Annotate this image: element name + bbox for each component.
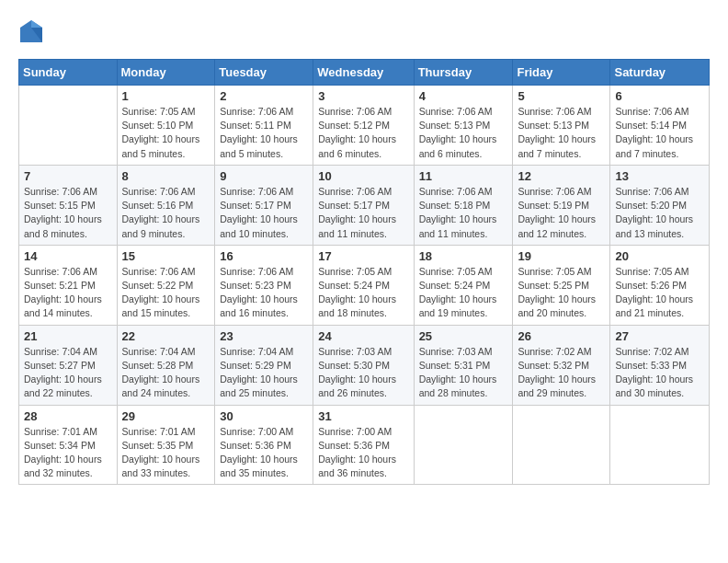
calendar-week-row: 21Sunrise: 7:04 AM Sunset: 5:27 PM Dayli… (19, 325, 710, 405)
day-number: 13 (615, 169, 704, 183)
day-number: 21 (24, 329, 112, 343)
day-info: Sunrise: 7:06 AM Sunset: 5:18 PM Dayligh… (419, 185, 508, 241)
day-number: 2 (220, 89, 308, 103)
calendar-week-row: 14Sunrise: 7:06 AM Sunset: 5:21 PM Dayli… (19, 245, 710, 325)
day-info: Sunrise: 7:05 AM Sunset: 5:10 PM Dayligh… (122, 105, 210, 161)
day-info: Sunrise: 7:05 AM Sunset: 5:24 PM Dayligh… (318, 265, 408, 321)
calendar-cell: 12Sunrise: 7:06 AM Sunset: 5:19 PM Dayli… (513, 165, 610, 245)
calendar-week-row: 1Sunrise: 7:05 AM Sunset: 5:10 PM Daylig… (19, 86, 710, 166)
day-info: Sunrise: 7:05 AM Sunset: 5:26 PM Dayligh… (615, 265, 704, 321)
calendar-cell: 13Sunrise: 7:06 AM Sunset: 5:20 PM Dayli… (610, 165, 710, 245)
day-info: Sunrise: 7:02 AM Sunset: 5:32 PM Dayligh… (518, 345, 605, 401)
day-info: Sunrise: 7:05 AM Sunset: 5:25 PM Dayligh… (518, 265, 605, 321)
calendar-cell: 27Sunrise: 7:02 AM Sunset: 5:33 PM Dayli… (610, 325, 710, 405)
day-number: 1 (122, 89, 210, 103)
day-number: 27 (615, 329, 704, 343)
day-info: Sunrise: 7:02 AM Sunset: 5:33 PM Dayligh… (615, 345, 704, 401)
column-header-tuesday: Tuesday (215, 60, 313, 86)
day-number: 19 (518, 249, 605, 263)
calendar-cell: 11Sunrise: 7:06 AM Sunset: 5:18 PM Dayli… (414, 165, 513, 245)
day-number: 9 (220, 169, 308, 183)
day-number: 5 (518, 89, 605, 103)
column-header-saturday: Saturday (610, 60, 710, 86)
calendar-cell: 20Sunrise: 7:05 AM Sunset: 5:26 PM Dayli… (610, 245, 710, 325)
day-info: Sunrise: 7:06 AM Sunset: 5:19 PM Dayligh… (518, 185, 605, 241)
day-info: Sunrise: 7:03 AM Sunset: 5:30 PM Dayligh… (318, 345, 408, 401)
day-info: Sunrise: 7:06 AM Sunset: 5:17 PM Dayligh… (220, 185, 308, 241)
calendar-cell: 14Sunrise: 7:06 AM Sunset: 5:21 PM Dayli… (19, 245, 118, 325)
calendar-cell: 7Sunrise: 7:06 AM Sunset: 5:15 PM Daylig… (19, 165, 118, 245)
day-info: Sunrise: 7:06 AM Sunset: 5:12 PM Dayligh… (318, 105, 408, 161)
calendar-cell: 30Sunrise: 7:00 AM Sunset: 5:36 PM Dayli… (215, 405, 313, 485)
logo-icon (18, 18, 44, 44)
calendar-cell: 5Sunrise: 7:06 AM Sunset: 5:13 PM Daylig… (513, 86, 610, 166)
calendar-cell: 15Sunrise: 7:06 AM Sunset: 5:22 PM Dayli… (117, 245, 215, 325)
day-info: Sunrise: 7:06 AM Sunset: 5:15 PM Dayligh… (24, 185, 112, 241)
day-info: Sunrise: 7:06 AM Sunset: 5:11 PM Dayligh… (220, 105, 308, 161)
calendar-cell: 2Sunrise: 7:06 AM Sunset: 5:11 PM Daylig… (215, 86, 313, 166)
calendar-cell: 24Sunrise: 7:03 AM Sunset: 5:30 PM Dayli… (313, 325, 414, 405)
calendar-cell (610, 405, 710, 485)
day-number: 12 (518, 169, 605, 183)
calendar-cell: 29Sunrise: 7:01 AM Sunset: 5:35 PM Dayli… (117, 405, 215, 485)
day-info: Sunrise: 7:06 AM Sunset: 5:21 PM Dayligh… (24, 265, 112, 321)
day-number: 23 (220, 329, 308, 343)
calendar-cell: 1Sunrise: 7:05 AM Sunset: 5:10 PM Daylig… (117, 86, 215, 166)
day-info: Sunrise: 7:01 AM Sunset: 5:35 PM Dayligh… (122, 425, 210, 481)
calendar-cell: 6Sunrise: 7:06 AM Sunset: 5:14 PM Daylig… (610, 86, 710, 166)
calendar-cell (414, 405, 513, 485)
day-number: 8 (122, 169, 210, 183)
calendar-cell (513, 405, 610, 485)
calendar-cell: 25Sunrise: 7:03 AM Sunset: 5:31 PM Dayli… (414, 325, 513, 405)
day-number: 10 (318, 169, 408, 183)
calendar-cell: 23Sunrise: 7:04 AM Sunset: 5:29 PM Dayli… (215, 325, 313, 405)
day-number: 16 (220, 249, 308, 263)
calendar-week-row: 7Sunrise: 7:06 AM Sunset: 5:15 PM Daylig… (19, 165, 710, 245)
day-number: 20 (615, 249, 704, 263)
column-header-friday: Friday (513, 60, 610, 86)
calendar-cell: 28Sunrise: 7:01 AM Sunset: 5:34 PM Dayli… (19, 405, 118, 485)
day-info: Sunrise: 7:00 AM Sunset: 5:36 PM Dayligh… (318, 425, 408, 481)
calendar-cell: 26Sunrise: 7:02 AM Sunset: 5:32 PM Dayli… (513, 325, 610, 405)
calendar-cell: 17Sunrise: 7:05 AM Sunset: 5:24 PM Dayli… (313, 245, 414, 325)
column-header-sunday: Sunday (19, 60, 118, 86)
day-info: Sunrise: 7:01 AM Sunset: 5:34 PM Dayligh… (24, 425, 112, 481)
day-number: 22 (122, 329, 210, 343)
day-number: 15 (122, 249, 210, 263)
calendar-cell: 9Sunrise: 7:06 AM Sunset: 5:17 PM Daylig… (215, 165, 313, 245)
day-info: Sunrise: 7:03 AM Sunset: 5:31 PM Dayligh… (419, 345, 508, 401)
day-info: Sunrise: 7:06 AM Sunset: 5:22 PM Dayligh… (122, 265, 210, 321)
day-info: Sunrise: 7:06 AM Sunset: 5:16 PM Dayligh… (122, 185, 210, 241)
column-header-wednesday: Wednesday (313, 60, 414, 86)
day-info: Sunrise: 7:06 AM Sunset: 5:13 PM Dayligh… (419, 105, 508, 161)
day-number: 18 (419, 249, 508, 263)
column-header-monday: Monday (117, 60, 215, 86)
calendar-cell: 4Sunrise: 7:06 AM Sunset: 5:13 PM Daylig… (414, 86, 513, 166)
day-number: 3 (318, 89, 408, 103)
day-info: Sunrise: 7:04 AM Sunset: 5:29 PM Dayligh… (220, 345, 308, 401)
calendar-cell (19, 86, 118, 166)
day-number: 14 (24, 249, 112, 263)
day-number: 31 (318, 409, 408, 423)
day-number: 26 (518, 329, 605, 343)
day-number: 17 (318, 249, 408, 263)
calendar-header-row: SundayMondayTuesdayWednesdayThursdayFrid… (19, 60, 710, 86)
svg-marker-1 (31, 20, 42, 28)
day-number: 7 (24, 169, 112, 183)
day-info: Sunrise: 7:05 AM Sunset: 5:24 PM Dayligh… (419, 265, 508, 321)
calendar-week-row: 28Sunrise: 7:01 AM Sunset: 5:34 PM Dayli… (19, 405, 710, 485)
calendar-cell: 22Sunrise: 7:04 AM Sunset: 5:28 PM Dayli… (117, 325, 215, 405)
calendar-cell: 21Sunrise: 7:04 AM Sunset: 5:27 PM Dayli… (19, 325, 118, 405)
day-info: Sunrise: 7:06 AM Sunset: 5:20 PM Dayligh… (615, 185, 704, 241)
day-number: 6 (615, 89, 704, 103)
day-info: Sunrise: 7:06 AM Sunset: 5:14 PM Dayligh… (615, 105, 704, 161)
day-info: Sunrise: 7:06 AM Sunset: 5:17 PM Dayligh… (318, 185, 408, 241)
day-number: 11 (419, 169, 508, 183)
day-info: Sunrise: 7:04 AM Sunset: 5:27 PM Dayligh… (24, 345, 112, 401)
day-number: 24 (318, 329, 408, 343)
day-info: Sunrise: 7:06 AM Sunset: 5:23 PM Dayligh… (220, 265, 308, 321)
calendar-cell: 31Sunrise: 7:00 AM Sunset: 5:36 PM Dayli… (313, 405, 414, 485)
day-number: 30 (220, 409, 308, 423)
calendar-cell: 10Sunrise: 7:06 AM Sunset: 5:17 PM Dayli… (313, 165, 414, 245)
column-header-thursday: Thursday (414, 60, 513, 86)
